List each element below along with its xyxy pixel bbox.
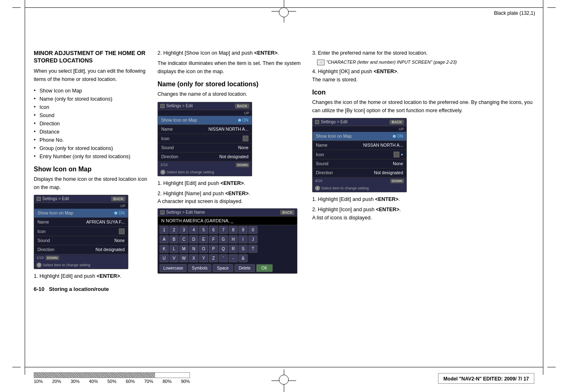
key-symbols[interactable]: Symbols [188,264,211,272]
progress-area: 10% 20% 30% 40% 50% 60% 70% 80% 90% [34,372,190,384]
progress-segment-4 [86,373,103,378]
key-e[interactable]: E [199,235,208,243]
right-step3: 3. Enter the preferred name for the stor… [312,49,534,57]
key-m[interactable]: M [179,245,188,253]
screen1-row-show-icon: Show Icon on Map ON [34,209,128,218]
info-icon-2: i [160,170,165,175]
prog-label-40: 40% [89,379,98,384]
key-g[interactable]: G [219,235,228,243]
keyboard-input[interactable]: N NORTH AMERICA (GARDENA, _ [158,217,297,225]
list-item: Sound [34,111,151,120]
key-n[interactable]: N [189,245,198,253]
page-border-bottom [25,367,543,367]
keyboard-icon [160,210,165,214]
key-9[interactable]: 9 [239,226,248,234]
tick-tr-v [543,0,543,7]
prog-label-60: 60% [126,379,135,384]
key-apos[interactable]: ' [219,254,228,262]
progress-segment-2 [51,373,69,378]
keyboard-row-2: A B C D E F G H I J [158,235,297,244]
progress-segment-5 [103,373,121,378]
down-button-2[interactable]: DOWN [236,163,249,167]
keyboard-title-text: Settings > Edit Name [166,210,205,214]
key-f[interactable]: F [209,235,218,243]
down-button[interactable]: DOWN [46,256,59,260]
screen-mockup-1: Settings > Edit BACK UP Show Icon on Map… [34,195,128,269]
key-p[interactable]: P [209,245,218,253]
screen2-info-footer: i Select item to change setting [158,168,252,176]
tick-tr-h [547,7,556,8]
key-u[interactable]: U [160,254,169,262]
prog-label-30: 30% [70,379,79,384]
key-4[interactable]: 4 [189,226,198,234]
progress-bar [34,372,190,378]
key-2[interactable]: 2 [169,226,179,234]
key-6[interactable]: 6 [209,226,218,234]
key-lowercase[interactable]: Lowercase [160,264,187,272]
key-j[interactable]: J [248,235,257,243]
tick-tl-v [25,0,25,7]
key-amp[interactable]: & [239,254,248,262]
prog-label-50: 50% [107,379,116,384]
key-l[interactable]: L [169,245,179,253]
key-a[interactable]: A [160,235,169,243]
screen2-row-direction: Direction Not designated [158,152,252,161]
key-o[interactable]: O [199,245,208,253]
key-x[interactable]: X [189,254,198,262]
key-k[interactable]: K [160,245,169,253]
info-icon-3: i [315,186,320,191]
show-icon-heading: Show Icon on Map [34,166,151,173]
progress-segment-3 [69,373,86,378]
key-delete[interactable]: Delete [234,264,255,272]
key-y[interactable]: Y [199,254,208,262]
screen1-back-btn[interactable]: BACK [111,196,125,201]
key-5[interactable]: 5 [199,226,208,234]
key-dash[interactable]: - [229,254,238,262]
middle-step1: 1. Highlight [Edit] and push <ENTER>. [158,180,306,187]
keyboard-back-btn[interactable]: BACK [280,210,294,215]
key-w[interactable]: W [179,254,188,262]
tick-br-h [547,367,556,367]
icon-text: Changes the icon of the home or stored l… [312,99,534,115]
key-t[interactable]: T [248,245,257,253]
key-1[interactable]: 1 [160,226,169,234]
key-h[interactable]: H [229,235,238,243]
note-text: "CHARACTER (letter and number) INPUT SCR… [326,60,457,65]
key-b[interactable]: B [169,235,179,243]
key-7[interactable]: 7 [219,226,228,234]
key-v[interactable]: V [169,254,179,262]
key-q[interactable]: Q [219,245,228,253]
key-d[interactable]: D [189,235,198,243]
key-ok[interactable]: OK [256,264,273,272]
key-8[interactable]: 8 [229,226,238,234]
down-button-3[interactable]: DOWN [390,179,404,183]
key-0[interactable]: 0 [248,226,257,234]
key-s[interactable]: S [239,245,248,253]
right-column: 3. Enter the preferred name for the stor… [312,27,534,355]
keyboard-bottom-row: Lowercase Symbols Space Delete OK [158,263,297,273]
screen1-scroll: UP [34,203,128,209]
key-i[interactable]: I [239,235,248,243]
screen3-row-name: Name NISSAN NORTH A... [313,141,406,150]
screen3-scroll: UP [313,126,406,132]
key-space[interactable]: Space [213,264,233,272]
keyboard-titlebar: Settings > Edit Name BACK [158,209,297,217]
middle-column: 2. Highlight [Show Icon on Map] and push… [158,27,306,355]
on-indicator-2 [238,119,241,122]
screen2-back-btn[interactable]: BACK [235,104,249,108]
screen3-back-btn[interactable]: BACK [389,120,404,125]
key-3[interactable]: 3 [179,226,188,234]
right-step1: 1. Highlight [Edit] and push <ENTER>. [312,196,534,203]
right-step4: 4. Highlight [OK] and push <ENTER>.The n… [312,68,534,84]
footer-area: 10% 20% 30% 40% 50% 60% 70% 80% 90% Mode… [34,372,534,384]
screen2-row-show-icon: Show Icon on Map ON [158,116,252,125]
section-title: MINOR ADJUSTMENT OF THE HOME OR STORED L… [34,49,151,64]
screen1-row-direction: Direction Not designated [34,245,128,254]
key-c[interactable]: C [179,235,188,243]
note-icon: ☞ [317,60,325,65]
screen3-icon [315,120,319,124]
screen3-row-icon: Icon ● [313,150,406,159]
key-z[interactable]: Z [209,254,218,262]
key-r[interactable]: R [229,245,238,253]
screen3-footer-row: 4/10 DOWN [313,178,406,184]
